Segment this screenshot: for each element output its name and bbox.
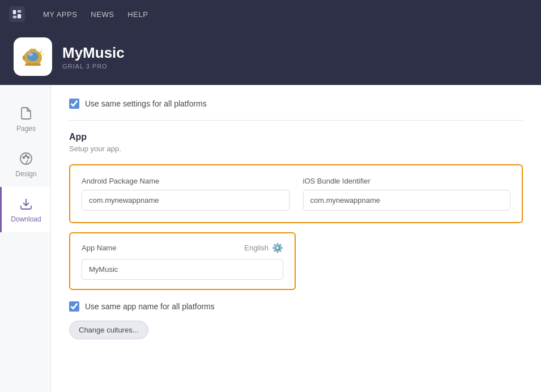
main-layout: Pages Design Dow (0, 85, 541, 392)
globe-icon: ⚙️ (272, 242, 283, 253)
app-icon (14, 37, 52, 76)
nav-help[interactable]: HELP (127, 10, 148, 19)
svg-point-13 (41, 49, 42, 50)
sidebar-item-design[interactable]: Design (0, 142, 50, 187)
ios-bundle-input[interactable] (303, 190, 511, 211)
same-name-row: Use same app name for all platforms (69, 301, 523, 312)
android-field-label: Android Package Name (82, 177, 289, 185)
same-settings-checkbox[interactable] (69, 99, 79, 109)
app-subtitle: GRIAL 3 PRO (62, 63, 125, 70)
nav-news[interactable]: NEWS (91, 10, 114, 19)
sidebar-label-pages: Pages (16, 125, 36, 133)
svg-point-16 (25, 155, 27, 157)
sidebar-label-design: Design (15, 170, 36, 178)
app-name-field-label: App Name (82, 244, 116, 252)
android-field-group: Android Package Name (82, 177, 289, 211)
change-cultures-button[interactable]: Change cultures... (69, 321, 148, 339)
svg-rect-9 (23, 56, 25, 60)
svg-rect-8 (29, 49, 36, 52)
android-package-input[interactable] (82, 190, 289, 211)
same-settings-row: Use same settings for all platforms (69, 99, 523, 109)
app-name-input[interactable] (82, 259, 283, 280)
svg-point-15 (23, 157, 25, 159)
svg-point-7 (28, 53, 33, 56)
logo[interactable] (9, 6, 25, 22)
svg-point-11 (40, 51, 42, 53)
download-icon (18, 196, 34, 212)
nav-my-apps[interactable]: MY APPS (43, 10, 77, 19)
svg-rect-0 (13, 10, 16, 14)
two-col-layout: Android Package Name iOS Bundle Identifi… (82, 177, 510, 211)
svg-point-12 (42, 54, 44, 56)
app-name-card: App Name English ⚙️ (69, 232, 296, 290)
palette-icon (18, 151, 34, 167)
app-name-lang: English ⚙️ (244, 242, 283, 253)
package-bundle-card: Android Package Name iOS Bundle Identifi… (69, 164, 523, 223)
section-subtitle: Setup your app. (69, 144, 523, 153)
sidebar-item-pages[interactable]: Pages (0, 96, 50, 142)
svg-rect-1 (18, 10, 21, 13)
sidebar: Pages Design Dow (0, 85, 51, 392)
svg-rect-10 (25, 63, 41, 66)
app-name-header: App Name English ⚙️ (82, 242, 283, 253)
sidebar-label-download: Download (11, 215, 41, 223)
section-title: App (69, 132, 523, 142)
app-header-info: MyMusic GRIAL 3 PRO (62, 44, 125, 70)
sidebar-item-download[interactable]: Download (0, 187, 50, 232)
same-name-label: Use same app name for all platforms (85, 302, 215, 311)
app-header: MyMusic GRIAL 3 PRO (0, 28, 541, 85)
same-name-checkbox[interactable] (69, 301, 79, 312)
app-title: MyMusic (62, 44, 125, 62)
svg-rect-2 (13, 16, 16, 19)
top-navigation: MY APPS NEWS HELP (0, 0, 541, 28)
ios-field-group: iOS Bundle Identifier (303, 177, 511, 211)
same-settings-label: Use same settings for all platforms (85, 99, 207, 108)
lang-label: English (244, 244, 269, 252)
ios-field-label: iOS Bundle Identifier (303, 177, 511, 185)
divider-1 (69, 120, 523, 121)
file-icon (18, 105, 34, 121)
svg-point-17 (28, 157, 29, 159)
main-content: Use same settings for all platforms App … (51, 85, 541, 392)
svg-rect-3 (18, 14, 21, 18)
